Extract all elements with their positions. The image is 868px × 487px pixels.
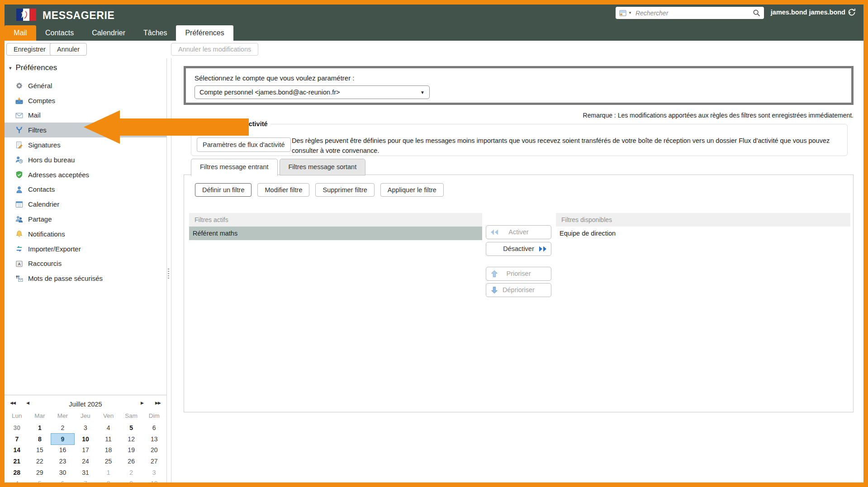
available-filter-row[interactable]: Equipe de direction: [556, 227, 850, 240]
preferences-sidebar: ▾ Préférences GénéralComptesMailFiltresS…: [5, 58, 166, 482]
calendar-day[interactable]: 19: [120, 444, 143, 456]
tab-calendrier[interactable]: Calendrier: [83, 25, 134, 41]
calendar-day[interactable]: 3: [142, 467, 166, 478]
calendar-day[interactable]: 8: [97, 478, 120, 482]
calendar-day[interactable]: 4: [97, 422, 120, 434]
calendar-day[interactable]: 20: [142, 444, 166, 456]
sidebar-item-notifications[interactable]: Notifications: [5, 227, 166, 241]
calendar-day[interactable]: 30: [5, 422, 28, 434]
undo-changes-button[interactable]: Annuler les modifications: [171, 43, 258, 56]
person-icon: [15, 186, 23, 194]
calendar-day[interactable]: 10: [74, 434, 97, 445]
supprimer-filtre-button[interactable]: Supprimer filtre: [315, 183, 374, 197]
sidebar-item-raccourcis[interactable]: ARaccourcis: [5, 256, 166, 271]
calendar-day[interactable]: 14: [5, 444, 28, 456]
calendar-next-month-icon[interactable]: ▶: [141, 401, 143, 405]
calendar-day[interactable]: 9: [120, 478, 143, 482]
calendar-day[interactable]: 12: [120, 434, 143, 445]
calendar-day[interactable]: 30: [51, 467, 74, 478]
sidebar-item-mots-de-passe-securises[interactable]: Mots de passe sécurisés: [5, 271, 166, 286]
calendar-day[interactable]: 8: [28, 434, 52, 445]
calendar-day[interactable]: 28: [5, 467, 28, 478]
calendar-day[interactable]: 2: [120, 467, 143, 478]
webmail-app: MESSAGERIE ▼ james.bond james.bond ▾ Ma: [5, 5, 863, 482]
preferences-toolbar: Enregistrer Annuler Annuler les modifica…: [5, 41, 863, 58]
activity-stream-fieldset: Filtres de flux d'activité Paramètres de…: [191, 120, 848, 156]
sidebar-item-mail[interactable]: Mail: [5, 108, 166, 123]
calendar-day[interactable]: 17: [74, 444, 97, 456]
tab-taches[interactable]: Tâches: [134, 25, 176, 41]
activity-stream-settings-button[interactable]: Paramètres de flux d'activité: [197, 137, 291, 152]
sidebar-item-general[interactable]: Général: [5, 78, 166, 93]
sidebar-item-signatures[interactable]: Signatures: [5, 137, 166, 152]
search-icon[interactable]: [753, 9, 760, 17]
calendar-day[interactable]: 1: [97, 467, 120, 478]
calendar-day[interactable]: 9: [51, 434, 74, 445]
activate-label: Activer: [486, 226, 551, 239]
deprioritize-button[interactable]: Déprioriser: [486, 283, 551, 297]
calendar-day[interactable]: 23: [51, 456, 74, 467]
prioritize-button[interactable]: Prioriser: [486, 267, 551, 281]
search-input[interactable]: [635, 9, 753, 17]
calendar-day[interactable]: 10: [142, 478, 166, 482]
calendar-day[interactable]: 18: [97, 444, 120, 456]
deactivate-button[interactable]: Désactiver: [486, 242, 551, 256]
calendar-day[interactable]: 11: [97, 434, 120, 445]
search-type-mail-icon[interactable]: [619, 9, 626, 17]
modifier-filtre-button[interactable]: Modifier filtre: [257, 183, 309, 197]
tab-preferences[interactable]: Préférences: [176, 25, 233, 41]
sidebar-item-comptes[interactable]: Comptes: [5, 93, 166, 108]
calendar-day[interactable]: 6: [142, 422, 166, 434]
sidebar-item-contacts[interactable]: Contacts: [5, 182, 166, 197]
calendar-day[interactable]: 29: [28, 467, 52, 478]
calendar-day[interactable]: 7: [74, 478, 97, 482]
filter-tab-entrant[interactable]: Filtres message entrant: [191, 159, 278, 176]
cancel-button[interactable]: Annuler: [50, 43, 87, 56]
calendar-day[interactable]: 22: [28, 456, 52, 467]
sidebar-splitter[interactable]: [166, 58, 171, 482]
calendar-day[interactable]: 13: [142, 434, 166, 445]
calendar-day[interactable]: 2: [51, 422, 74, 434]
definir-un-filtre-button[interactable]: Définir un filtre: [195, 183, 251, 197]
activate-button[interactable]: Activer: [486, 225, 551, 239]
calendar-day[interactable]: 15: [28, 444, 52, 456]
import-export-icon: [15, 245, 23, 253]
calendar-day[interactable]: 6: [51, 478, 74, 482]
calendar-day[interactable]: 7: [5, 434, 28, 445]
appliquer-le-filtre-button[interactable]: Appliquer le filtre: [380, 183, 444, 197]
sidebar-item-hors-du-bureau[interactable]: Hors du bureau: [5, 152, 166, 167]
calendar-day[interactable]: 5: [120, 422, 143, 434]
filter-tab-sortant[interactable]: Filtres message sortant: [280, 159, 366, 175]
sidebar-item-importer-exporter[interactable]: Importer/Exporter: [5, 241, 166, 256]
screenshot-orange-border: MESSAGERIE ▼ james.bond james.bond ▾ Ma: [0, 0, 868, 487]
calendar-day[interactable]: 31: [74, 467, 97, 478]
calendar-day[interactable]: 16: [51, 444, 74, 456]
calendar-day[interactable]: 5: [28, 478, 52, 482]
calendar-day[interactable]: 1: [28, 422, 52, 434]
sidebar-item-calendrier[interactable]: Calendrier: [5, 197, 166, 212]
tab-mail[interactable]: Mail: [5, 25, 36, 41]
calendar-day[interactable]: 21: [5, 456, 28, 467]
calendar-day[interactable]: 24: [74, 456, 97, 467]
sidebar-item-filtres[interactable]: Filtres: [5, 123, 166, 137]
splitter-grip-icon[interactable]: [168, 269, 169, 279]
sidebar-item-adresses-acceptees[interactable]: Adresses acceptées: [5, 167, 166, 182]
search-type-dropdown-icon[interactable]: ▼: [628, 11, 632, 15]
calendar-day[interactable]: 3: [74, 422, 97, 434]
calendar-day[interactable]: 27: [142, 456, 166, 467]
tree-collapse-icon[interactable]: ▾: [9, 65, 12, 71]
refresh-icon[interactable]: [847, 8, 856, 17]
calendar-day[interactable]: 26: [120, 456, 143, 467]
calendar-day[interactable]: 25: [97, 456, 120, 467]
sidebar-item-label: Adresses acceptées: [28, 171, 89, 179]
account-select[interactable]: Compte personnel <james.bond@ac-reunion.…: [194, 85, 430, 99]
user-menu[interactable]: james.bond james.bond ▾: [771, 9, 851, 16]
sidebar-item-partage[interactable]: Partage: [5, 212, 166, 227]
tab-contacts[interactable]: Contacts: [36, 25, 83, 41]
calendar-day[interactable]: 4: [5, 478, 28, 482]
active-filter-row[interactable]: Référent maths: [189, 227, 482, 240]
save-button[interactable]: Enregistrer: [6, 43, 53, 56]
sidebar-tree-header[interactable]: ▾ Préférences: [9, 63, 57, 72]
calendar-next-year-icon[interactable]: ▶▶: [155, 401, 161, 405]
search-bar[interactable]: ▼: [616, 7, 764, 19]
